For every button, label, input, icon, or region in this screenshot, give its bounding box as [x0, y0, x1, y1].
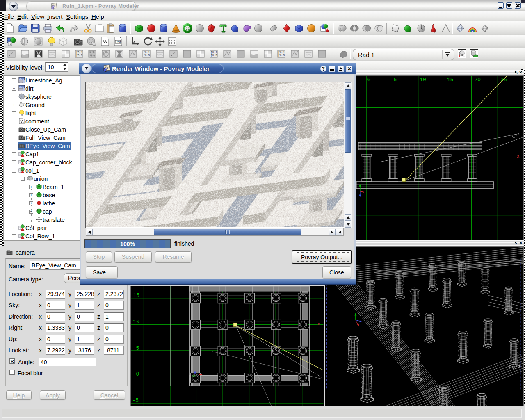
svg-text:[0.3: [0.3 — [211, 54, 217, 57]
svg-text:5: 5 — [394, 77, 397, 83]
svg-text:[0.3: [0.3 — [76, 54, 83, 57]
svg-text:0: 0 — [136, 371, 139, 377]
svg-text:5: 5 — [136, 345, 139, 352]
svg-text:[0.3: [0.3 — [278, 54, 285, 57]
svg-text:[0.1: [0.1 — [211, 51, 217, 54]
svg-text:0: 0 — [368, 77, 371, 83]
svg-text:-5: -5 — [132, 397, 139, 404]
svg-text:[0.1: [0.1 — [278, 51, 285, 54]
svg-text:[0.1: [0.1 — [144, 51, 150, 54]
svg-text:10: 10 — [133, 319, 140, 325]
svg-text:15: 15 — [447, 77, 454, 83]
svg-text:x: x — [517, 154, 520, 159]
svg-text:10: 10 — [420, 77, 426, 83]
svg-text:[0.3: [0.3 — [144, 54, 150, 57]
svg-text:15: 15 — [133, 292, 140, 299]
svg-text:20: 20 — [475, 77, 481, 83]
svg-text:Pov: Pov — [116, 41, 121, 43]
svg-text:x: x — [317, 322, 320, 326]
svg-text:[0.1: [0.1 — [76, 51, 83, 54]
